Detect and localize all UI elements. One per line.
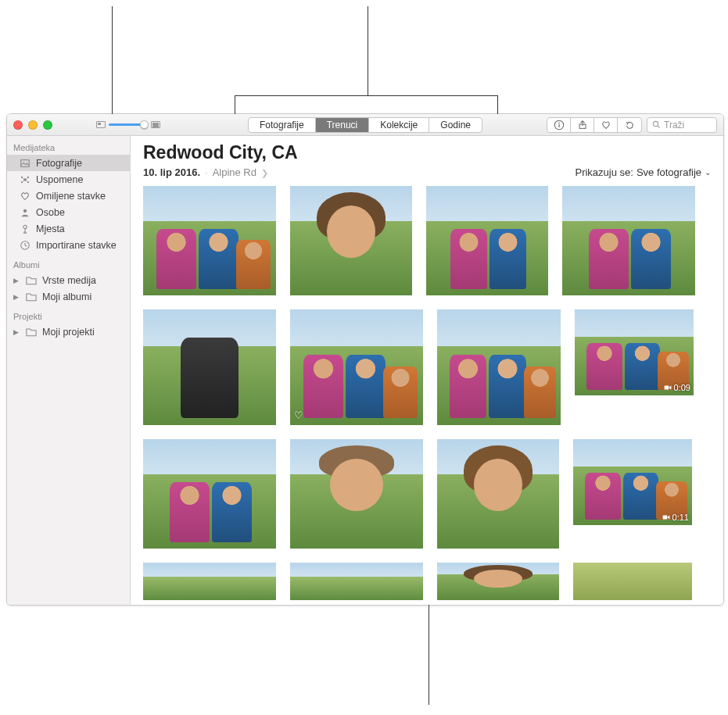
video-duration-badge: 0:09 [664, 383, 690, 392]
search-input[interactable]: Traži [647, 117, 717, 133]
favorite-button[interactable] [594, 118, 618, 132]
svg-rect-17 [664, 386, 669, 390]
showing-value: Sve fotografije [637, 166, 701, 178]
sidebar-label: Mjesta [36, 223, 65, 234]
photo-thumbnail[interactable] [437, 439, 559, 549]
callout-bracket-right [497, 95, 498, 114]
svg-point-1 [558, 122, 560, 123]
photo-thumbnail[interactable] [426, 186, 548, 295]
photo-thumbnail[interactable] [143, 439, 276, 549]
svg-point-9 [27, 176, 28, 177]
clock-icon [19, 239, 30, 251]
thumbnail-grid: ♡0:090:11 [131, 183, 723, 605]
memories-icon [19, 173, 30, 185]
callout-bracket-left [235, 95, 235, 114]
photo-thumbnail[interactable] [562, 186, 695, 295]
photo-thumbnail[interactable] [143, 186, 276, 295]
photo-thumbnail[interactable]: 0:09 [575, 309, 694, 395]
showing-label: Prikazuju se: [575, 166, 633, 178]
tab-kolekcije[interactable]: Kolekcije [369, 118, 429, 132]
pin-icon [19, 223, 30, 234]
svg-point-11 [27, 181, 28, 182]
thumbnail-zoom-slider[interactable] [96, 121, 160, 128]
info-button[interactable] [547, 118, 571, 132]
sidebar-section-albumi: Albumi ▶ Vrste medija ▶ Moji albumi [7, 258, 130, 305]
subtitle-row: 10. lip 2016. · Alpine Rd ❯ Prikazuju se… [143, 166, 711, 178]
grid-row [143, 186, 711, 295]
sidebar-item-omiljene[interactable]: Omiljene stavke [7, 188, 130, 204]
favorite-heart-icon: ♡ [294, 409, 303, 421]
slider-track[interactable] [109, 123, 148, 126]
sidebar-item-moji-albumi[interactable]: ▶ Moji albumi [7, 288, 130, 305]
sidebar-label: Moji albumi [42, 291, 91, 302]
photo-thumbnail[interactable] [143, 563, 276, 600]
grid-row: 0:11 [143, 439, 711, 549]
sidebar-item-osobe[interactable]: Osobe [7, 204, 130, 220]
share-button[interactable] [571, 118, 594, 132]
rotate-button[interactable] [618, 118, 641, 132]
sidebar-header-library: Medijateka [7, 141, 130, 155]
svg-point-15 [23, 232, 26, 233]
photo-thumbnail[interactable]: ♡ [290, 309, 423, 425]
zoom-small-icon [96, 121, 106, 128]
sidebar-item-importirane[interactable]: Importirane stavke [7, 237, 130, 253]
svg-rect-6 [20, 159, 29, 166]
close-button[interactable] [13, 120, 23, 130]
chevron-down-icon: ⌄ [705, 168, 711, 177]
photo-thumbnail[interactable] [290, 563, 423, 600]
search-icon [652, 120, 661, 129]
svg-point-4 [653, 121, 658, 126]
photo-thumbnail[interactable] [437, 309, 561, 425]
heart-icon [19, 190, 30, 202]
zoom-button[interactable] [43, 120, 52, 130]
photo-thumbnail[interactable] [290, 439, 423, 549]
window-body: Medijateka Fotografije Uspomene Omiljene… [7, 136, 723, 605]
callout-bracket-top [235, 95, 497, 96]
svg-point-12 [23, 209, 26, 212]
disclosure-triangle-icon[interactable]: ▶ [13, 293, 20, 301]
photo-thumbnail[interactable] [290, 186, 412, 295]
view-tabs: Fotografije Trenuci Kolekcije Godine [248, 117, 482, 133]
video-icon [662, 513, 670, 521]
main-header: Redwood City, CA 10. lip 2016. · Alpine … [131, 136, 723, 183]
moment-date: 10. lip 2016. [143, 166, 200, 178]
sidebar-item-fotografije[interactable]: Fotografije [7, 155, 130, 171]
sidebar: Medijateka Fotografije Uspomene Omiljene… [7, 136, 131, 605]
page-title: Redwood City, CA [143, 142, 711, 163]
svg-point-10 [20, 181, 22, 182]
sidebar-section-library: Medijateka Fotografije Uspomene Omiljene… [7, 141, 130, 253]
callout-line-tabs [368, 6, 368, 95]
sidebar-label: Omiljene stavke [36, 191, 106, 202]
photo-thumbnail[interactable] [573, 563, 692, 600]
video-icon [664, 384, 672, 391]
chevron-right-icon: ❯ [261, 168, 268, 178]
sidebar-item-mjesta[interactable]: Mjesta [7, 220, 130, 237]
slider-knob[interactable] [140, 120, 149, 129]
main-content: Redwood City, CA 10. lip 2016. · Alpine … [131, 136, 723, 605]
disclosure-triangle-icon[interactable]: ▶ [13, 328, 20, 336]
tab-trenuci[interactable]: Trenuci [316, 118, 370, 132]
callout-line-bottom [429, 605, 429, 705]
svg-point-13 [23, 225, 26, 228]
sidebar-item-moji-projekti[interactable]: ▶ Moji projekti [7, 324, 130, 340]
tab-godine[interactable]: Godine [429, 118, 482, 132]
subtitle-left[interactable]: 10. lip 2016. · Alpine Rd ❯ [143, 166, 268, 178]
grid-row: ♡0:09 [143, 309, 711, 425]
sidebar-label: Uspomene [36, 174, 83, 185]
sidebar-label: Importirane stavke [36, 240, 117, 251]
sidebar-label: Moji projekti [42, 327, 95, 338]
sidebar-item-uspomene[interactable]: Uspomene [7, 171, 130, 188]
photo-thumbnail[interactable] [437, 563, 559, 600]
svg-rect-2 [558, 123, 559, 127]
photo-thumbnail[interactable]: 0:11 [573, 439, 692, 525]
showing-filter[interactable]: Prikazuju se: Sve fotografije ⌄ [575, 166, 711, 178]
sidebar-item-vrste-medija[interactable]: ▶ Vrste medija [7, 272, 130, 288]
photos-icon [19, 157, 30, 169]
photo-thumbnail[interactable] [143, 309, 276, 425]
tab-fotografije[interactable]: Fotografije [249, 118, 316, 132]
disclosure-triangle-icon[interactable]: ▶ [13, 277, 20, 284]
app-window: Fotografije Trenuci Kolekcije Godine [6, 113, 724, 606]
minimize-button[interactable] [28, 120, 38, 130]
svg-point-8 [20, 176, 22, 177]
sidebar-header-projekti: Projekti [7, 309, 130, 324]
